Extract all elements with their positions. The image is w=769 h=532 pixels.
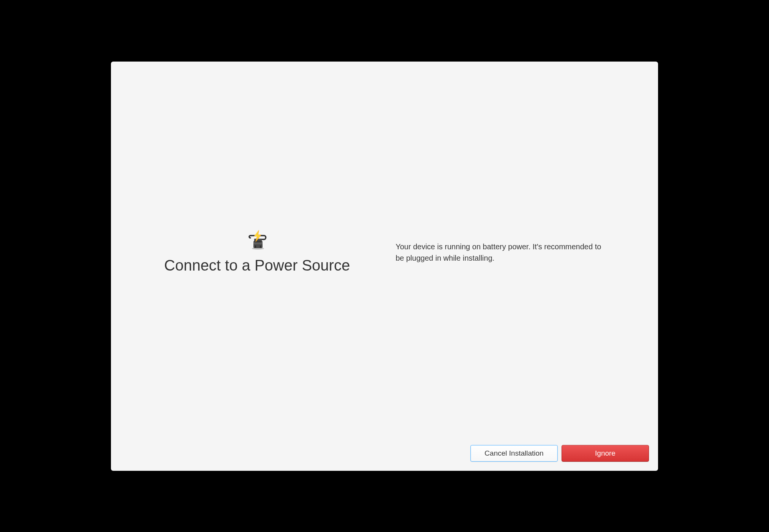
dialog-description: Your device is running on battery power.… [396,241,605,264]
left-panel: Connect to a Power Source [164,228,350,274]
button-bar: Cancel Installation Ignore [470,445,649,462]
cancel-installation-button[interactable]: Cancel Installation [470,445,558,462]
ignore-button[interactable]: Ignore [562,445,649,462]
ac-adapter-icon [245,228,269,254]
dialog-content: Connect to a Power Source Your device is… [111,62,658,471]
svg-rect-5 [255,245,256,248]
svg-rect-6 [260,245,261,248]
panel-wrap: Connect to a Power Source Your device is… [141,228,628,274]
dialog-heading: Connect to a Power Source [164,257,350,274]
installer-dialog: Connect to a Power Source Your device is… [111,62,658,471]
right-panel: Your device is running on battery power.… [396,238,605,264]
